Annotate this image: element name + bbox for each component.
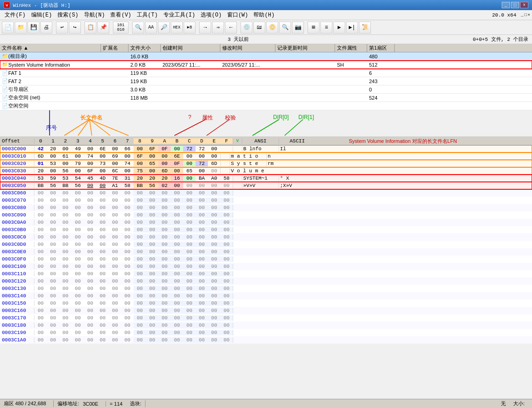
menu-file[interactable]: 文件(F) (2, 10, 28, 20)
hdr-1: 1 (47, 138, 59, 144)
hex-row[interactable]: 0003C110 0000000000000000000000000000000… (0, 270, 532, 278)
sub-restore[interactable]: □ (524, 13, 526, 17)
menu-help[interactable]: 帮助(H) (251, 10, 277, 20)
hex-row[interactable]: 0003C080 0000000000000000000000000000000… (0, 204, 532, 211)
tb-arrow-r3[interactable]: ▶ (333, 22, 345, 34)
hex-row[interactable]: 0003C180 0000000000000000000000000000000… (0, 322, 532, 329)
hex-row[interactable]: 0003C100 0000000000000000000000000000000… (0, 263, 532, 270)
hex-row[interactable]: 0003C0B0 0000000000000000000000000000000… (0, 226, 532, 233)
hex-row[interactable]: 0003C190 0000000000000000000000000000000… (0, 329, 532, 336)
hex-row[interactable]: 0003C1A0 0000000000000000000000000000000… (0, 336, 532, 344)
menu-tools[interactable]: 工具(T) (134, 10, 161, 20)
tb-copy[interactable]: 📋 (84, 22, 96, 34)
table-row[interactable]: 📄 空闲空间 (0, 102, 532, 110)
hdr-4: 4 (84, 138, 96, 144)
bytes-row0: 42 20 00 49 00 6E 00 66 00 6F 0F 00 72 7… (34, 146, 242, 152)
tb-list[interactable]: ≡ (320, 22, 332, 34)
hex-header: Offset 0 1 2 3 4 5 6 7 8 9 A B C D E F v… (0, 137, 532, 145)
tb-open[interactable]: 📁 (15, 22, 27, 34)
tb-paste[interactable]: 📌 (97, 22, 109, 34)
hex-row[interactable]: 0003C0C0 0000000000000000000000000000000… (0, 233, 532, 241)
col-header-record[interactable]: 记录更新时间 (275, 44, 335, 52)
hex-row[interactable]: 0003C010 6D 00 61 00 74 00 69 00 6F 00 0… (0, 153, 532, 160)
hex-row[interactable]: 0003C020 01 53 00 79 00 73 00 74 00 65 0… (0, 160, 532, 167)
hex-row[interactable]: 0003C0D0 0000000000000000000000000000000… (0, 241, 532, 248)
hex-row[interactable]: 0003C160 0000000000000000000000000000000… (0, 307, 532, 314)
filelist-header: 文件名称 ▲ 扩展名 文件大小 创建时间 修改时间 记录更新时间 文件属性 第1… (0, 44, 532, 52)
seq-label: 序号 (46, 124, 57, 132)
hex-row[interactable]: 0003C150 0000000000000000000000000000000… (0, 300, 532, 307)
col-header-ext[interactable]: 扩展名 (101, 44, 129, 52)
hdr-f: F (220, 138, 233, 144)
tb-disk1[interactable]: 💿 (241, 22, 252, 34)
hex-row[interactable]: 0003C000 42 20 00 49 00 6E 00 66 00 6F 0… (0, 145, 532, 153)
hex-row[interactable]: 0003C140 0000000000000000000000000000000… (0, 292, 532, 300)
hex-row[interactable]: 0003C0F0 0000000000000000000000000000000… (0, 255, 532, 263)
tb-arrow-r4[interactable]: ▶| (346, 22, 358, 34)
col-header-modified[interactable]: 修改时间 (220, 44, 275, 52)
table-row[interactable]: 📄 FAT 2 119 KB 243 (0, 77, 532, 85)
table-row[interactable]: 📄 空余空间 (net) 118 MB 524 (0, 94, 532, 102)
hex-row[interactable]: 0003C0E0 0000000000000000000000000000000… (0, 248, 532, 255)
table-row[interactable]: 📄 FAT 1 119 KB 6 (0, 69, 532, 77)
hex-row[interactable]: 0003C090 0000000000000000000000000000000… (0, 211, 532, 219)
hex-row[interactable]: 0003C030 20 00 56 00 6F 00 6C 00 75 00 6… (0, 167, 532, 175)
tb-redo[interactable]: ↪ (69, 22, 81, 34)
tb-arrow-left[interactable]: ← (225, 22, 237, 34)
close-button[interactable]: × (520, 2, 528, 8)
sector-info: 扇区 480 / 242,688 (4, 400, 54, 407)
menu-nav[interactable]: 导航(N) (81, 10, 108, 20)
hex-row[interactable]: 0003C070 0000000000000000000000000000000… (0, 197, 532, 204)
hex-row[interactable]: 0003C050 BB 56 BB 56 00 00 A1 58 BB 56 0… (0, 182, 532, 189)
tb-arrow-right2[interactable]: ⇒ (212, 22, 224, 34)
tb-camera[interactable]: 📷 (292, 22, 304, 34)
sub-close[interactable]: × (528, 13, 530, 17)
maximize-button[interactable]: □ (511, 2, 519, 8)
menu-options[interactable]: 选项(O) (198, 10, 224, 20)
tb-arrow-right[interactable]: → (199, 22, 211, 34)
col-header-name[interactable]: 文件名称 ▲ (0, 44, 101, 52)
menu-edit[interactable]: 编辑(E) (28, 10, 55, 20)
menu-proftool[interactable]: 专业工具(I) (161, 10, 198, 20)
ascii-header: ASCII (279, 138, 315, 144)
tb-disk3[interactable]: 📀 (266, 22, 278, 34)
tb-script[interactable]: 📜 (359, 22, 371, 34)
tb-mag[interactable]: 🔍 (279, 22, 291, 34)
window-controls: _ □ × (502, 2, 528, 8)
hex-row[interactable]: 0003C130 0000000000000000000000000000000… (0, 285, 532, 292)
info-right: 0+0+5 文件, 2 个目录 (473, 36, 528, 43)
col-header-created[interactable]: 创建时间 (161, 44, 220, 52)
tb-print[interactable]: 🖨 (40, 22, 52, 34)
menu-view[interactable]: 查看(V) (107, 10, 134, 20)
hex-row[interactable]: 0003C040 53 59 53 54 45 4D 7E 31 20 20 2… (0, 175, 532, 182)
hex-row[interactable]: 0003C0A0 0000000000000000000000000000000… (0, 219, 532, 226)
svg-line-3 (90, 119, 92, 136)
table-row[interactable]: 📄 引导扇区 3.0 KB 0 (0, 85, 532, 94)
tb-search3[interactable]: 🔎 (158, 22, 170, 34)
tb-save[interactable]: 💾 (28, 22, 39, 34)
svg-line-1 (64, 119, 90, 136)
hex-row[interactable]: 0003C120 0000000000000000000000000000000… (0, 278, 532, 285)
hdr-a: A (158, 138, 171, 144)
col-header-sector[interactable]: 第1扇区 (367, 44, 395, 52)
col-header-attr[interactable]: 文件属性 (335, 44, 367, 52)
sub-minimize[interactable]: _ (521, 13, 523, 17)
hex-row[interactable]: 0003C170 0000000000000000000000000000000… (0, 314, 532, 322)
tb-grid[interactable]: ⊞ (308, 22, 319, 34)
hex-row[interactable]: 0003C060 0000000000000000000000000000000… (0, 189, 532, 197)
minimize-button[interactable]: _ (502, 2, 510, 8)
col-header-size[interactable]: 文件大小 (129, 44, 161, 52)
menu-window[interactable]: 窗口(W) (224, 10, 251, 20)
tb-search2[interactable]: AA (145, 22, 157, 34)
menu-search[interactable]: 搜索(S) (55, 10, 81, 20)
table-row[interactable]: 📁 (根目录) 16.0 KB 480 (0, 52, 532, 61)
info-center: 3 天以前 (4, 36, 473, 43)
tb-hex2[interactable]: ►B (184, 22, 196, 34)
tb-search1[interactable]: 🔍 (132, 22, 144, 34)
table-row[interactable]: 📁 System Volume Information 2.0 KB 2023/… (0, 61, 532, 69)
tb-hex[interactable]: HEX (171, 22, 183, 34)
tb-101[interactable]: 101010 (113, 22, 129, 34)
tb-disk2[interactable]: 🖭 (253, 22, 265, 34)
tb-new[interactable]: 📄 (2, 22, 14, 34)
tb-undo[interactable]: ↩ (56, 22, 68, 34)
